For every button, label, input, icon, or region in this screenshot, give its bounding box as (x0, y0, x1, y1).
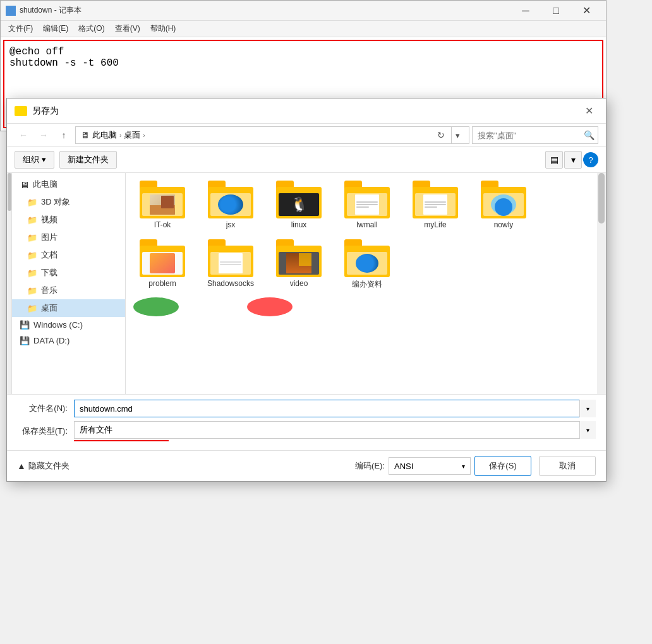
filetype-label: 保存类型(T): (17, 426, 74, 437)
path-desktop: 桌面 (124, 129, 140, 141)
hide-folders-button[interactable]: ▲ 隐藏文件夹 (17, 460, 69, 472)
back-button[interactable]: ← (15, 126, 32, 144)
view-button[interactable]: ▤ (545, 151, 563, 169)
address-bar[interactable]: 🖥 此电脑 › 桌面 › ↻ ▾ (75, 126, 469, 144)
encoding-section: 编码(E): ANSI ▾ 保存(S) 取消 (355, 456, 596, 476)
sidebar-scroll-track (7, 173, 12, 394)
notepad-menu: 文件(F) 编辑(E) 格式(O) 查看(V) 帮助(H) (1, 21, 606, 37)
sidebar-item-3d[interactable]: 📁 3D 对象 (12, 193, 125, 211)
encoding-select[interactable]: ANSI (389, 457, 471, 475)
address-path: 🖥 此电脑 › 桌面 › (81, 129, 431, 141)
encoding-label: 编码(E): (355, 460, 385, 472)
new-folder-button[interactable]: 新建文件夹 (59, 151, 117, 169)
dialog-main: 🖥 此电脑 📁 3D 对象 📁 视频 📁 图片 📁 文档 📁 下载 (7, 173, 606, 394)
docs-icon: 📁 (27, 251, 37, 260)
filetype-input[interactable] (74, 421, 596, 439)
folder-icon (140, 239, 185, 277)
sidebar-item-windows-c[interactable]: 💾 Windows (C:) (12, 317, 125, 333)
chevron-down-icon: ▲ (17, 461, 26, 471)
folder-icon (208, 239, 253, 277)
organize-button[interactable]: 组织 ▾ (15, 151, 54, 169)
file-name: problem (148, 279, 176, 288)
sidebar-label-music: 音乐 (41, 285, 57, 296)
folder-icon (140, 181, 185, 218)
sidebar-label-video: 视频 (41, 214, 57, 225)
save-button[interactable]: 保存(S) (474, 456, 531, 476)
up-button[interactable]: ↑ (55, 126, 73, 144)
help-button[interactable]: ? (583, 152, 598, 167)
filetype-dropdown-button[interactable]: ▾ (579, 421, 596, 439)
sidebar-item-desktop[interactable]: 📁 桌面 (12, 299, 125, 317)
list-item[interactable]: jsx (199, 178, 262, 232)
data-d-icon: 💾 (20, 336, 30, 345)
sidebar-label-downloads: 下载 (41, 267, 57, 278)
dialog-title: 另存为 (15, 105, 59, 117)
notepad-close-button[interactable]: ✕ (572, 3, 601, 18)
path-pc: 此电脑 (92, 129, 117, 141)
menu-help[interactable]: 帮助(H) (145, 22, 181, 35)
list-item[interactable]: lwmall (335, 178, 399, 232)
list-item[interactable]: myLife (404, 178, 467, 232)
refresh-icon[interactable]: ↻ (433, 128, 449, 143)
file-name: linux (291, 220, 307, 229)
folder-icon (344, 239, 390, 277)
menu-edit[interactable]: 编辑(E) (38, 22, 73, 35)
filelist-scroll-track (597, 173, 606, 394)
dialog-actionbar: 组织 ▾ 新建文件夹 ▤ ▾ ? (7, 147, 606, 173)
dialog-close-button[interactable]: ✕ (579, 102, 598, 121)
search-icon: 🔍 (584, 130, 595, 140)
notepad-maximize-button[interactable]: □ (541, 3, 570, 18)
forward-button[interactable]: → (35, 126, 52, 144)
list-item[interactable]: Shadowsocks (199, 237, 262, 292)
sidebar-item-pictures[interactable]: 📁 图片 (12, 229, 125, 246)
file-name: 编办资料 (352, 279, 382, 290)
sidebar-item-docs[interactable]: 📁 文档 (12, 246, 125, 264)
sidebar-label-docs: 文档 (41, 249, 57, 261)
notepad-minimize-button[interactable]: ─ (511, 3, 540, 18)
cancel-button[interactable]: 取消 (539, 456, 596, 476)
folder-icon (413, 181, 458, 218)
file-name: jsx (226, 220, 236, 229)
file-name: video (290, 279, 308, 288)
list-item[interactable]: nowly (472, 178, 535, 232)
filename-dropdown-button[interactable]: ▾ (579, 400, 596, 417)
list-item[interactable]: IT-ok (131, 178, 194, 232)
sidebar-item-data-d[interactable]: 💾 DATA (D:) (12, 333, 125, 349)
folder-icon (481, 181, 526, 218)
music-icon: 📁 (27, 286, 37, 295)
menu-view[interactable]: 查看(V) (110, 22, 145, 35)
3d-icon: 📁 (27, 198, 37, 207)
pictures-icon: 📁 (27, 233, 37, 242)
sidebar-item-video[interactable]: 📁 视频 (12, 211, 125, 229)
sidebar-label-pictures: 图片 (41, 232, 57, 243)
desktop-icon: 📁 (27, 304, 37, 313)
encoding-select-wrap: ANSI ▾ (389, 457, 471, 475)
dialog-titlebar: 另存为 ✕ (7, 98, 606, 124)
partial-folder-2 (247, 297, 293, 316)
menu-file[interactable]: 文件(F) (3, 22, 38, 35)
notepad-icon (6, 6, 16, 16)
list-item[interactable]: 🐧 linux (267, 178, 330, 232)
list-item[interactable]: video (267, 237, 330, 292)
search-input[interactable] (478, 131, 584, 140)
file-name: IT-ok (154, 220, 171, 229)
address-dropdown-icon[interactable]: ▾ (451, 126, 464, 144)
sidebar-item-music[interactable]: 📁 音乐 (12, 282, 125, 299)
filename-input[interactable] (74, 400, 596, 417)
sidebar-label-windows-c: Windows (C:) (33, 320, 83, 330)
filetype-underline (74, 440, 169, 441)
menu-format[interactable]: 格式(O) (73, 22, 109, 35)
organize-label: 组织 ▾ (23, 154, 46, 165)
folder-icon (276, 239, 322, 277)
search-bar[interactable]: 🔍 (472, 126, 598, 144)
path-chevron1: › (119, 132, 121, 139)
dialog-filelist: IT-ok jsx (126, 173, 606, 394)
view-dropdown-button[interactable]: ▾ (564, 151, 582, 169)
sidebar-label-data-d: DATA (D:) (33, 336, 69, 345)
filename-input-wrap: ▾ (74, 400, 596, 417)
list-item[interactable]: problem (131, 237, 194, 292)
sidebar-item-this-pc[interactable]: 🖥 此电脑 (12, 176, 125, 193)
sidebar-item-downloads[interactable]: 📁 下载 (12, 264, 125, 282)
list-item[interactable]: 编办资料 (335, 237, 399, 292)
path-chevron2: › (143, 132, 145, 139)
